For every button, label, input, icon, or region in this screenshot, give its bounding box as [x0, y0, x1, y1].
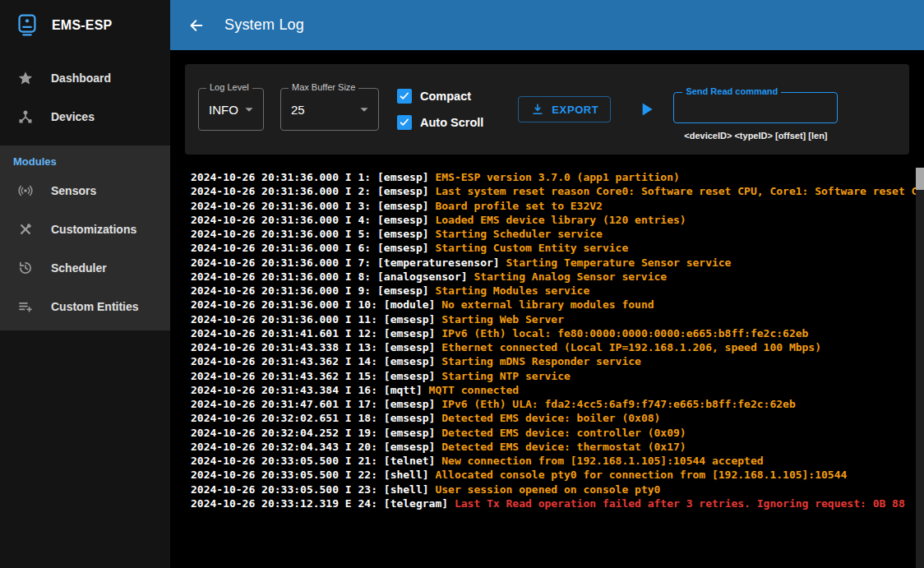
log-line: 2024-10-26 20:31:36.000 I 7: [temperatur… [191, 256, 911, 270]
play-arrow-icon[interactable] [635, 99, 657, 120]
sidebar-item-label: Devices [51, 110, 95, 123]
sidebar: EMS-ESP Dashboard Devices Modules [0, 0, 170, 568]
log-line: 2024-10-26 20:31:36.000 I 1: [emsesp] EM… [191, 170, 911, 184]
log-output[interactable]: 2024-10-26 20:31:36.000 I 1: [emsesp] EM… [170, 168, 924, 568]
sidebar-item-label: Dashboard [51, 72, 111, 85]
log-line: 2024-10-26 20:31:43.384 I 16: [mqtt] MQT… [191, 383, 911, 397]
log-line: 2024-10-26 20:33:05.500 I 23: [shell] Us… [191, 483, 911, 496]
log-line: 2024-10-26 20:31:36.000 I 8: [analogsens… [191, 270, 911, 284]
schedule-refresh-icon [16, 260, 35, 276]
max-buffer-size-label: Max Buffer Size [289, 82, 358, 92]
sidebar-item-customizations[interactable]: Customizations [0, 210, 170, 248]
log-level-value: INFO [209, 103, 240, 117]
send-read-command-label: Send Read command [682, 86, 781, 96]
checkbox-checked-icon [397, 89, 412, 104]
max-buffer-size-value: 25 [291, 103, 355, 117]
log-options: Compact Auto Scroll [397, 89, 483, 130]
send-read-command-input[interactable] [674, 93, 837, 122]
log-toolbar: Log Level INFO Max Buffer Size 25 [185, 64, 909, 155]
log-line: 2024-10-26 20:31:36.000 I 4: [emsesp] Lo… [191, 213, 911, 227]
log-line: 2024-10-26 20:32:04.343 I 20: [emsesp] D… [191, 440, 911, 454]
sidebar-item-custom-entities[interactable]: Custom Entities [0, 287, 170, 326]
max-buffer-size-select[interactable]: Max Buffer Size 25 [280, 88, 379, 131]
chevron-down-icon [240, 100, 258, 118]
log-lines: 2024-10-26 20:31:36.000 I 1: [emsesp] EM… [191, 170, 911, 510]
log-line: 2024-10-26 20:33:12.319 E 24: [telegram]… [191, 496, 911, 510]
log-line: 2024-10-26 20:31:36.000 I 10: [module] N… [191, 298, 911, 312]
checkbox-checked-icon [397, 115, 412, 130]
appbar: System Log [170, 0, 924, 50]
log-line: 2024-10-26 20:31:36.000 I 2: [emsesp] La… [191, 184, 911, 198]
sidebar-item-scheduler[interactable]: Scheduler [0, 248, 170, 287]
log-level-select[interactable]: Log Level INFO [198, 88, 264, 131]
modules-section-header: Modules [0, 145, 170, 171]
log-line: 2024-10-26 20:33:05.500 I 21: [telnet] N… [191, 454, 911, 468]
sidebar-item-devices[interactable]: Devices [0, 97, 170, 136]
autoscroll-checkbox[interactable]: Auto Scroll [397, 115, 483, 130]
log-line: 2024-10-26 20:31:43.362 I 15: [emsesp] S… [191, 369, 911, 383]
sidebar-item-label: Sensors [51, 184, 96, 197]
compact-checkbox-label: Compact [420, 90, 471, 103]
page-title: System Log [224, 16, 304, 34]
log-level-label: Log Level [206, 82, 252, 92]
arrow-back-icon[interactable] [187, 16, 205, 35]
send-read-command-group: Send Read command <deviceID> <typeID> [o… [673, 92, 838, 141]
log-line: 2024-10-26 20:31:36.000 I 6: [emsesp] St… [191, 241, 911, 255]
log-line: 2024-10-26 20:32:04.252 I 19: [emsesp] D… [191, 426, 911, 440]
send-command-helper-text: <deviceID> <typeID> [offset] [len] [684, 131, 827, 141]
log-scrollbar-thumb[interactable] [916, 168, 924, 190]
sidebar-item-label: Customizations [51, 223, 136, 236]
log-line: 2024-10-26 20:31:36.000 I 3: [emsesp] Bo… [191, 199, 911, 213]
playlist-add-icon [16, 298, 35, 315]
sidebar-header: EMS-ESP [0, 0, 170, 50]
sidebar-item-sensors[interactable]: Sensors [0, 171, 170, 210]
modules-section: Modules Sensors [0, 145, 170, 330]
app-root: EMS-ESP Dashboard Devices Modules [0, 0, 924, 568]
log-line: 2024-10-26 20:31:43.362 I 14: [emsesp] S… [191, 354, 911, 368]
sidebar-item-label: Custom Entities [51, 300, 139, 313]
log-line: 2024-10-26 20:31:41.601 I 12: [emsesp] I… [191, 326, 911, 340]
log-line: 2024-10-26 20:31:36.000 I 11: [emsesp] S… [191, 312, 911, 326]
export-button[interactable]: EXPORT [518, 96, 611, 122]
app-name: EMS-ESP [52, 18, 112, 33]
log-line: 2024-10-26 20:33:05.500 I 22: [shell] Al… [191, 468, 911, 482]
send-read-command-field[interactable]: Send Read command [673, 92, 838, 123]
log-scrollbar[interactable] [916, 168, 924, 568]
chevron-down-icon [355, 100, 373, 118]
log-line: 2024-10-26 20:32:02.651 I 18: [emsesp] D… [191, 411, 911, 425]
log-line: 2024-10-26 20:31:36.000 I 5: [emsesp] St… [191, 227, 911, 241]
sidebar-item-dashboard[interactable]: Dashboard [0, 58, 170, 97]
star-icon [16, 70, 35, 86]
main-area: System Log Log Level INFO Max Buffer Siz… [170, 0, 924, 568]
sensors-icon [16, 182, 35, 199]
log-line: 2024-10-26 20:31:47.601 I 17: [emsesp] I… [191, 397, 911, 411]
sidebar-item-label: Scheduler [51, 261, 107, 275]
compact-checkbox[interactable]: Compact [397, 89, 483, 104]
sidebar-nav: Dashboard Devices Modules [0, 50, 170, 330]
autoscroll-checkbox-label: Auto Scroll [420, 116, 483, 129]
download-icon [530, 102, 545, 117]
ems-esp-logo-icon [13, 12, 41, 39]
log-line: 2024-10-26 20:31:36.000 I 9: [emsesp] St… [191, 284, 911, 298]
device-hub-icon [16, 109, 35, 125]
log-line: 2024-10-26 20:31:43.338 I 13: [emsesp] E… [191, 340, 911, 354]
export-button-label: EXPORT [552, 104, 598, 116]
tools-icon [16, 221, 35, 238]
